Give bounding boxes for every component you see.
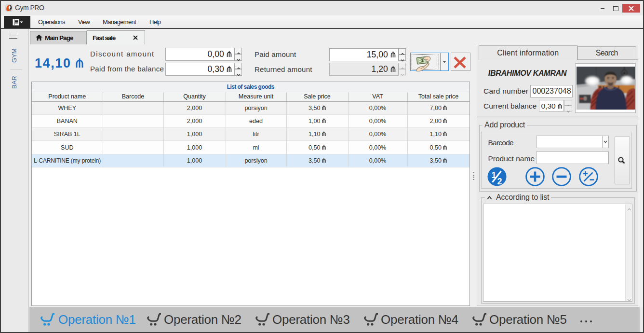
svg-text:2: 2 (497, 177, 502, 186)
